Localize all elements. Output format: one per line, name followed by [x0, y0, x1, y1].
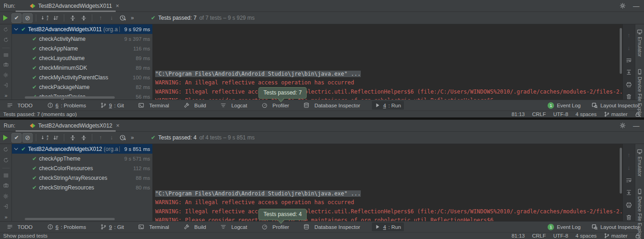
- tool-window-button[interactable]: Database Inspector: [301, 101, 363, 110]
- tool-window-button[interactable]: Terminal: [135, 101, 172, 110]
- indent-size[interactable]: 4 spaces: [576, 111, 597, 117]
- expand-all-icon[interactable]: [67, 133, 78, 143]
- tree-horizontal-scrollbar[interactable]: [25, 96, 115, 99]
- toolbar-overflow-icon[interactable]: »: [131, 15, 134, 21]
- show-passed-toggle[interactable]: ✔: [11, 13, 22, 23]
- stop-icon[interactable]: [4, 53, 8, 57]
- run-tab[interactable]: TestB2AdvancedWidgetsX012 ×: [27, 120, 122, 131]
- sort-alphabetically-icon[interactable]: az: [39, 13, 50, 23]
- rerun-icon[interactable]: [3, 147, 9, 152]
- previous-failed-test-icon[interactable]: ↑: [95, 13, 106, 23]
- file-encoding[interactable]: UTF-8: [553, 111, 568, 117]
- tool-window-button[interactable]: 9: Git: [97, 101, 127, 110]
- test-row[interactable]: ✔ checkActivityName 9 s 397 ms: [12, 34, 152, 44]
- import-test-results-icon[interactable]: [3, 204, 9, 209]
- tool-window-button[interactable]: Database Inspector: [301, 222, 363, 231]
- git-branch-widget[interactable]: master: [604, 233, 627, 239]
- tool-window-button[interactable]: 6: Problems: [44, 222, 89, 231]
- collapse-all-icon[interactable]: [78, 13, 89, 23]
- tool-window-button[interactable]: Profiler: [258, 101, 291, 110]
- more-icon[interactable]: »: [5, 214, 7, 220]
- caret-position[interactable]: 81:13: [511, 111, 525, 117]
- test-row[interactable]: ✔ checkAppTheme 9 s 571 ms: [12, 154, 152, 163]
- tool-window-button[interactable]: 4: Run: [372, 222, 404, 231]
- previous-failed-test-icon[interactable]: ↑: [95, 133, 106, 143]
- tool-button-emulator[interactable]: Emulator: [637, 29, 643, 57]
- scroll-to-end-icon[interactable]: [626, 189, 632, 196]
- test-settings-icon[interactable]: [3, 194, 9, 199]
- sort-by-duration-icon[interactable]: [50, 13, 61, 23]
- print-icon[interactable]: [626, 202, 632, 208]
- clear-all-icon[interactable]: [626, 214, 632, 221]
- file-encoding[interactable]: UTF-8: [553, 233, 568, 239]
- tool-window-button[interactable]: Profiler: [258, 222, 291, 231]
- event-log-button[interactable]: 1 Event Log: [548, 224, 581, 230]
- sort-by-duration-icon[interactable]: [50, 133, 61, 143]
- next-failed-test-icon[interactable]: ↓: [106, 133, 117, 143]
- sort-alphabetically-icon[interactable]: az: [39, 133, 50, 143]
- hide-icon[interactable]: —: [633, 122, 639, 129]
- scroll-to-end-icon[interactable]: [626, 69, 632, 75]
- tool-button-device-file-explorer[interactable]: Device File Explorer: [637, 189, 643, 239]
- tool-window-button[interactable]: 9: Git: [97, 222, 127, 231]
- clear-all-icon[interactable]: [626, 94, 632, 100]
- tool-window-button[interactable]: Logcat: [218, 222, 250, 231]
- test-settings-icon[interactable]: [3, 72, 9, 78]
- git-branch-widget[interactable]: master: [604, 111, 627, 117]
- test-history-icon[interactable]: ▾: [118, 133, 128, 143]
- toolbar-overflow-icon[interactable]: »: [131, 134, 134, 141]
- tool-window-button[interactable]: TODO: [4, 101, 35, 110]
- soft-wrap-icon[interactable]: [626, 177, 632, 183]
- up-stack-trace-icon[interactable]: ↑: [627, 151, 631, 158]
- soft-wrap-icon[interactable]: [626, 57, 632, 63]
- test-row[interactable]: ✔ checkMinimumSDK 89 ms: [12, 63, 152, 72]
- down-stack-trace-icon[interactable]: ↓: [627, 164, 631, 171]
- tool-button-device-file-explorer[interactable]: Device File Explorer: [637, 69, 643, 117]
- hide-icon[interactable]: —: [633, 2, 639, 10]
- console-scrollbar[interactable]: [620, 28, 622, 74]
- test-row[interactable]: ✔ checkPackageName 82 ms: [12, 82, 152, 92]
- tool-window-button[interactable]: TODO: [4, 222, 35, 231]
- rerun-failed-tests-icon[interactable]: [3, 157, 9, 163]
- close-icon[interactable]: ×: [116, 122, 120, 129]
- tool-window-button[interactable]: Terminal: [135, 222, 172, 231]
- tool-window-button[interactable]: Build: [180, 101, 209, 110]
- test-row[interactable]: ✔ checkStringArrayResources 88 ms: [12, 173, 152, 183]
- collapse-all-icon[interactable]: [78, 133, 89, 143]
- run-tab[interactable]: TestB2AdvancedWidgetsX011 ×: [27, 0, 122, 11]
- test-row[interactable]: ✔ checkLayoutName 89 ms: [12, 53, 152, 63]
- tree-horizontal-scrollbar[interactable]: [25, 218, 115, 220]
- indent-size[interactable]: 4 spaces: [576, 233, 597, 239]
- show-ignored-toggle[interactable]: ⊘: [22, 133, 33, 143]
- test-row[interactable]: ✔ checkMyActivityParentClass 100 ms: [12, 72, 152, 82]
- console-scrollbar[interactable]: [620, 148, 622, 194]
- screenshot-icon[interactable]: [3, 62, 9, 67]
- expand-all-icon[interactable]: [67, 13, 78, 23]
- test-row[interactable]: ✔ checkColorResources 112 ms: [12, 163, 152, 173]
- gear-icon[interactable]: [620, 3, 626, 9]
- console-output[interactable]: "C:\Program Files\Android\Android Studio…: [152, 24, 622, 100]
- import-test-results-icon[interactable]: [3, 83, 9, 88]
- up-stack-trace-icon[interactable]: ↑: [627, 32, 631, 39]
- tool-window-button[interactable]: 4: Run: [372, 101, 404, 110]
- close-icon[interactable]: ×: [116, 2, 119, 9]
- layout-inspector-button[interactable]: Layout Inspector: [592, 102, 639, 108]
- show-passed-toggle[interactable]: ✔: [11, 133, 22, 143]
- test-suite-row[interactable]: ✔ TestB2AdvancedWidgetsX012 (org.a 9 s 8…: [12, 144, 152, 154]
- show-ignored-toggle[interactable]: ⊘: [22, 13, 33, 23]
- rerun-icon[interactable]: [3, 27, 9, 32]
- print-icon[interactable]: [626, 82, 632, 88]
- test-history-icon[interactable]: ▾: [118, 13, 128, 23]
- tool-window-button[interactable]: 6: Problems: [44, 101, 89, 110]
- console-output[interactable]: "C:\Program Files\Android\Android Studio…: [152, 144, 622, 221]
- tool-button-emulator[interactable]: Emulator: [637, 149, 643, 177]
- stop-icon[interactable]: [4, 173, 8, 178]
- down-stack-trace-icon[interactable]: ↓: [627, 44, 631, 51]
- test-row[interactable]: ✔ checkStringResources 80 ms: [12, 183, 152, 192]
- gear-icon[interactable]: [620, 122, 626, 128]
- tool-window-button[interactable]: Logcat: [218, 101, 250, 110]
- test-row[interactable]: ✔ checkAppName 116 ms: [12, 44, 152, 53]
- caret-position[interactable]: 81:13: [511, 233, 525, 239]
- rerun-button[interactable]: [0, 133, 11, 143]
- event-log-button[interactable]: 1 Event Log: [548, 102, 581, 109]
